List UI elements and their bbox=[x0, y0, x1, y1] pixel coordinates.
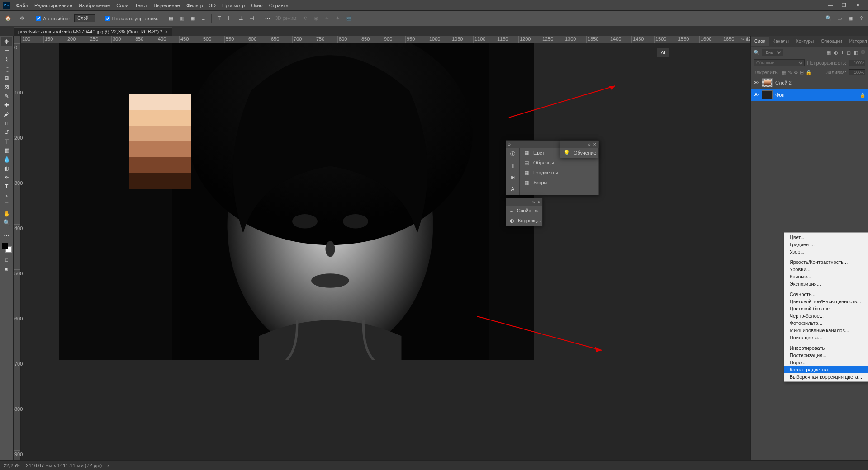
context-item[interactable]: Поиск цвета... bbox=[784, 334, 868, 341]
opacity-input[interactable] bbox=[849, 60, 865, 66]
foreground-color[interactable] bbox=[2, 243, 8, 249]
shape-tool[interactable]: ▢ bbox=[1, 200, 12, 209]
3d-scale-icon[interactable]: ✦ bbox=[335, 15, 341, 21]
panel-tab-4[interactable]: История bbox=[846, 37, 868, 46]
paragraph-icon[interactable]: ¶ bbox=[510, 162, 516, 169]
filter-type-icon[interactable]: T bbox=[841, 50, 844, 56]
character-icon[interactable]: A bbox=[510, 186, 516, 192]
context-item[interactable]: Порог... bbox=[784, 359, 868, 366]
glyphs-icon[interactable]: ⊞ bbox=[510, 174, 516, 180]
align-center-icon[interactable]: ▥ bbox=[179, 15, 185, 21]
workspace-icon[interactable]: ▭ bbox=[836, 15, 843, 21]
move-tool[interactable]: ✥ bbox=[1, 37, 12, 46]
status-more-icon[interactable]: › bbox=[107, 463, 109, 468]
color-swatches[interactable] bbox=[2, 243, 12, 253]
layer-item-0[interactable]: 👁Слой 2 bbox=[751, 77, 868, 89]
filter-smart-icon[interactable]: ◧ bbox=[854, 50, 858, 56]
arrange-icon[interactable]: ▦ bbox=[847, 15, 854, 21]
close-button[interactable]: ✕ bbox=[854, 2, 862, 8]
lock-paint-icon[interactable]: ✎ bbox=[788, 70, 792, 75]
share-icon[interactable]: ⇪ bbox=[858, 15, 864, 21]
context-item[interactable]: Микширование каналов... bbox=[784, 327, 868, 334]
filter-adjust-icon[interactable]: ◐ bbox=[834, 50, 838, 56]
layer-thumbnail[interactable] bbox=[762, 78, 773, 87]
filter-shape-icon[interactable]: ◻ bbox=[847, 50, 851, 56]
menu-3d[interactable]: 3D bbox=[206, 3, 219, 8]
menu-выделение[interactable]: Выделение bbox=[151, 3, 183, 8]
lasso-tool[interactable]: ⌇ bbox=[1, 55, 12, 64]
blur-tool[interactable]: 💧 bbox=[1, 155, 12, 164]
panel-tab-2[interactable]: Контуры bbox=[792, 37, 817, 46]
menu-редактирование[interactable]: Редактирование bbox=[31, 3, 76, 8]
context-item[interactable]: Кривые... bbox=[784, 273, 868, 280]
canvas-close-icon[interactable]: × bbox=[746, 36, 749, 42]
brush-tool[interactable]: 🖌 bbox=[1, 109, 12, 118]
menu-просмотр[interactable]: Просмотр bbox=[219, 3, 248, 8]
layer-item-1[interactable]: 👁Фон🔒 bbox=[751, 89, 868, 101]
context-item[interactable]: Цветовой тон/Насыщенность... bbox=[784, 298, 868, 305]
context-item[interactable]: Постеризация... bbox=[784, 352, 868, 359]
healing-tool[interactable]: ✚ bbox=[1, 100, 12, 109]
patterns-panel-item[interactable]: ▦Узоры bbox=[520, 178, 598, 188]
menu-окно[interactable]: Окно bbox=[248, 3, 266, 8]
edit-toolbar-icon[interactable]: ⋯ bbox=[1, 231, 12, 240]
autoselect-checkbox[interactable]: Автовыбор: bbox=[36, 16, 70, 21]
3d-slide-icon[interactable]: ✧ bbox=[324, 15, 330, 21]
align-more-icon[interactable]: ⊣ bbox=[249, 15, 255, 21]
panel-tab-0[interactable]: Слои bbox=[751, 37, 769, 46]
floating-learn-panel[interactable]: » × 💡Обучение bbox=[560, 140, 598, 158]
fill-input[interactable] bbox=[849, 69, 865, 75]
panel-close-icon[interactable]: × bbox=[538, 199, 541, 205]
info-icon[interactable]: ⓘ bbox=[510, 150, 516, 157]
eraser-tool[interactable]: ◫ bbox=[1, 136, 12, 146]
clone-tool[interactable]: ⎍ bbox=[1, 118, 12, 127]
crop-tool[interactable]: ⧈ bbox=[1, 73, 12, 82]
document-close-icon[interactable]: × bbox=[165, 29, 168, 34]
zoom-tool[interactable]: 🔍 bbox=[1, 218, 12, 227]
adjustments-panel-item[interactable]: ◐Коррекц... bbox=[506, 216, 542, 226]
context-item[interactable]: Экспозиция... bbox=[784, 280, 868, 287]
context-item[interactable]: Сочность... bbox=[784, 291, 868, 298]
3d-camera-icon[interactable]: 📹 bbox=[346, 15, 352, 21]
document-tab[interactable]: pexels-ike-louie-natividad-6279440.jpg @… bbox=[14, 27, 172, 36]
menu-слои[interactable]: Слои bbox=[113, 3, 132, 8]
menu-изображение[interactable]: Изображение bbox=[76, 3, 113, 8]
minimize-button[interactable]: — bbox=[826, 2, 835, 8]
align-bottom-icon[interactable]: ⊥ bbox=[238, 15, 244, 21]
marquee-tool[interactable]: ▭ bbox=[1, 46, 12, 55]
swatches-panel-item[interactable]: ▤Образцы bbox=[520, 158, 598, 168]
distribute-icon[interactable]: ≡ bbox=[200, 16, 207, 21]
hand-tool[interactable]: ✋ bbox=[1, 209, 12, 218]
context-item[interactable]: Карта градиента... bbox=[784, 366, 868, 373]
menu-справка[interactable]: Справка bbox=[266, 3, 292, 8]
dodge-tool[interactable]: ◐ bbox=[1, 164, 12, 173]
lock-pixels-icon[interactable]: ▦ bbox=[782, 70, 786, 75]
filter-images-icon[interactable]: ▦ bbox=[826, 50, 831, 56]
layer-visibility-icon[interactable]: 👁 bbox=[754, 80, 759, 85]
home-icon[interactable]: 🏠 bbox=[4, 14, 13, 23]
layer-visibility-icon[interactable]: 👁 bbox=[754, 92, 759, 98]
gradients-panel-item[interactable]: ▦Градиенты bbox=[520, 168, 598, 178]
panel-collapse-icon[interactable]: » bbox=[508, 141, 511, 147]
pen-tool[interactable]: ✒ bbox=[1, 173, 12, 182]
context-item[interactable]: Уровни... bbox=[784, 266, 868, 273]
move-tool-icon[interactable]: ✥ bbox=[17, 14, 26, 23]
more-options-icon[interactable]: ••• bbox=[265, 16, 271, 21]
learn-panel-item[interactable]: 💡Обучение bbox=[560, 148, 598, 158]
canvas-collapse-icon[interactable]: » bbox=[741, 36, 744, 42]
context-item[interactable]: Цвет... bbox=[784, 234, 868, 241]
maximize-button[interactable]: ❐ bbox=[840, 2, 848, 8]
align-left-icon[interactable]: ▤ bbox=[168, 15, 174, 21]
align-right-icon[interactable]: ▦ bbox=[190, 15, 196, 21]
frame-tool[interactable]: ⊠ bbox=[1, 82, 12, 91]
lock-position-icon[interactable]: ✥ bbox=[794, 70, 798, 75]
menu-фильтр[interactable]: Фильтр bbox=[183, 3, 206, 8]
gradient-tool[interactable]: ▦ bbox=[1, 146, 12, 155]
context-item[interactable]: Градиент... bbox=[784, 241, 868, 248]
3d-pan-icon[interactable]: ◉ bbox=[313, 15, 319, 21]
context-item[interactable]: Цветовой баланс... bbox=[784, 305, 868, 312]
path-tool[interactable]: ▹ bbox=[1, 191, 12, 200]
show-transform-checkbox[interactable]: Показать упр. элем. bbox=[105, 16, 158, 21]
context-item[interactable]: Яркость/Контрастность... bbox=[784, 258, 868, 266]
filter-toggle-icon[interactable] bbox=[861, 50, 865, 54]
